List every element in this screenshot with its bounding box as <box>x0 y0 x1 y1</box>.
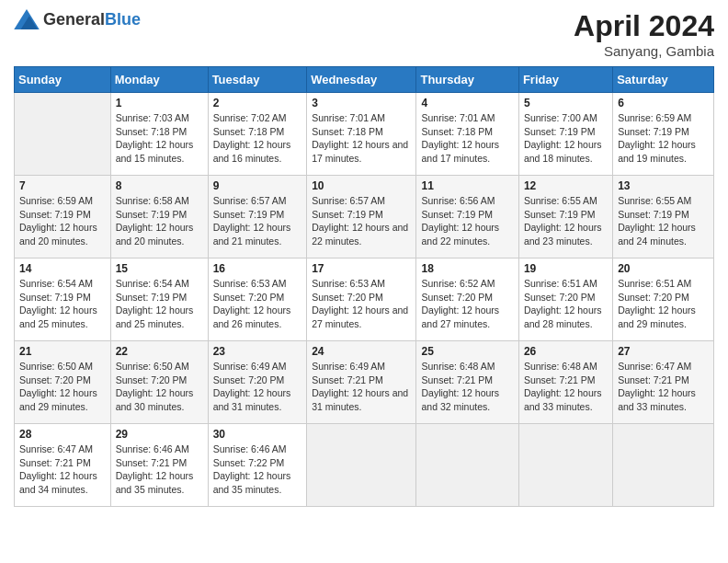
day-number: 21 <box>19 345 106 358</box>
day-info: Sunrise: 6:49 AMSunset: 7:21 PMDaylight:… <box>312 360 411 414</box>
sunrise-text: Sunrise: 6:49 AM <box>213 360 302 373</box>
day-info: Sunrise: 6:49 AMSunset: 7:20 PMDaylight:… <box>213 360 302 414</box>
day-info: Sunrise: 6:53 AMSunset: 7:20 PMDaylight:… <box>213 277 302 331</box>
sunrise-text: Sunrise: 6:58 AM <box>116 194 203 208</box>
sunrise-text: Sunrise: 6:46 AM <box>116 442 203 456</box>
calendar-cell: 19Sunrise: 6:51 AMSunset: 7:20 PMDayligh… <box>518 259 612 341</box>
day-info: Sunrise: 6:53 AMSunset: 7:20 PMDaylight:… <box>312 277 411 331</box>
calendar-cell: 28Sunrise: 6:47 AMSunset: 7:21 PMDayligh… <box>15 424 111 507</box>
daylight-text: Daylight: 12 hours and 33 minutes. <box>524 386 608 413</box>
calendar-cell <box>416 424 518 507</box>
day-info: Sunrise: 7:02 AMSunset: 7:18 PMDaylight:… <box>213 111 302 166</box>
sunset-text: Sunset: 7:20 PM <box>213 373 302 387</box>
sunset-text: Sunset: 7:20 PM <box>524 291 608 304</box>
sunrise-text: Sunrise: 6:57 AM <box>213 194 302 208</box>
day-info: Sunrise: 6:54 AMSunset: 7:19 PMDaylight:… <box>116 277 203 331</box>
day-number: 20 <box>618 262 709 275</box>
calendar-cell: 15Sunrise: 6:54 AMSunset: 7:19 PMDayligh… <box>110 259 208 341</box>
day-info: Sunrise: 6:47 AMSunset: 7:21 PMDaylight:… <box>19 442 106 497</box>
logo-icon <box>14 9 40 29</box>
sunrise-text: Sunrise: 6:59 AM <box>618 111 709 125</box>
day-info: Sunrise: 6:57 AMSunset: 7:19 PMDaylight:… <box>312 194 411 248</box>
daylight-text: Daylight: 12 hours and 26 minutes. <box>213 304 302 330</box>
day-info: Sunrise: 6:51 AMSunset: 7:20 PMDaylight:… <box>618 277 709 331</box>
daylight-text: Daylight: 12 hours and 33 minutes. <box>618 386 709 413</box>
calendar-cell: 11Sunrise: 6:56 AMSunset: 7:19 PMDayligh… <box>416 176 518 259</box>
daylight-text: Daylight: 12 hours and 30 minutes. <box>116 386 203 413</box>
week-row-4: 21Sunrise: 6:50 AMSunset: 7:20 PMDayligh… <box>15 341 714 424</box>
day-number: 2 <box>213 97 302 109</box>
week-row-1: 1Sunrise: 7:03 AMSunset: 7:18 PMDaylight… <box>15 93 714 176</box>
daylight-text: Daylight: 12 hours and 29 minutes. <box>618 304 709 330</box>
day-number: 13 <box>618 179 709 192</box>
day-info: Sunrise: 6:48 AMSunset: 7:21 PMDaylight:… <box>421 360 513 414</box>
daylight-text: Daylight: 12 hours and 32 minutes. <box>421 386 513 413</box>
sunset-text: Sunset: 7:21 PM <box>116 456 203 470</box>
calendar-cell: 27Sunrise: 6:47 AMSunset: 7:21 PMDayligh… <box>613 341 714 424</box>
day-number: 27 <box>618 345 709 358</box>
daylight-text: Daylight: 12 hours and 31 minutes. <box>312 386 411 413</box>
sunset-text: Sunset: 7:19 PM <box>618 208 709 222</box>
calendar-cell: 2Sunrise: 7:02 AMSunset: 7:18 PMDaylight… <box>208 93 307 176</box>
day-number: 16 <box>213 262 302 275</box>
logo-general: General <box>43 10 105 29</box>
day-number: 4 <box>421 97 513 109</box>
daylight-text: Daylight: 12 hours and 25 minutes. <box>19 304 106 330</box>
sunset-text: Sunset: 7:19 PM <box>618 125 709 139</box>
sunrise-text: Sunrise: 6:54 AM <box>116 277 203 291</box>
day-info: Sunrise: 6:47 AMSunset: 7:21 PMDaylight:… <box>618 360 709 414</box>
sunrise-text: Sunrise: 6:56 AM <box>421 194 513 208</box>
logo-blue: Blue <box>105 10 141 29</box>
day-info: Sunrise: 7:01 AMSunset: 7:18 PMDaylight:… <box>312 111 411 166</box>
calendar-cell <box>15 93 111 176</box>
calendar-cell: 12Sunrise: 6:55 AMSunset: 7:19 PMDayligh… <box>518 176 612 259</box>
day-info: Sunrise: 6:52 AMSunset: 7:20 PMDaylight:… <box>421 277 513 331</box>
sunset-text: Sunset: 7:18 PM <box>421 125 513 139</box>
calendar-cell: 30Sunrise: 6:46 AMSunset: 7:22 PMDayligh… <box>208 424 307 507</box>
sunrise-text: Sunrise: 7:01 AM <box>312 111 411 125</box>
sunset-text: Sunset: 7:19 PM <box>312 208 411 222</box>
header-row: SundayMondayTuesdayWednesdayThursdayFrid… <box>15 67 714 93</box>
calendar-cell: 7Sunrise: 6:59 AMSunset: 7:19 PMDaylight… <box>15 176 111 259</box>
day-number: 30 <box>213 428 302 441</box>
day-info: Sunrise: 6:48 AMSunset: 7:21 PMDaylight:… <box>524 360 608 414</box>
sunrise-text: Sunrise: 6:53 AM <box>213 277 302 291</box>
sunset-text: Sunset: 7:19 PM <box>116 208 203 222</box>
sunrise-text: Sunrise: 7:03 AM <box>116 111 203 125</box>
day-number: 6 <box>618 97 709 109</box>
sunrise-text: Sunrise: 6:46 AM <box>213 442 302 456</box>
day-number: 10 <box>312 179 411 192</box>
day-number: 29 <box>116 428 203 441</box>
calendar-cell <box>518 424 612 507</box>
calendar-cell: 29Sunrise: 6:46 AMSunset: 7:21 PMDayligh… <box>110 424 208 507</box>
sunset-text: Sunset: 7:19 PM <box>116 291 203 304</box>
sunset-text: Sunset: 7:18 PM <box>312 125 411 139</box>
calendar-cell: 26Sunrise: 6:48 AMSunset: 7:21 PMDayligh… <box>518 341 612 424</box>
sunrise-text: Sunrise: 7:02 AM <box>213 111 302 125</box>
calendar-cell: 8Sunrise: 6:58 AMSunset: 7:19 PMDaylight… <box>110 176 208 259</box>
sunset-text: Sunset: 7:18 PM <box>116 125 203 139</box>
logo-text: GeneralBlue <box>43 10 141 29</box>
sunset-text: Sunset: 7:20 PM <box>312 291 411 304</box>
daylight-text: Daylight: 12 hours and 22 minutes. <box>312 221 411 247</box>
daylight-text: Daylight: 12 hours and 22 minutes. <box>421 221 513 247</box>
day-info: Sunrise: 6:57 AMSunset: 7:19 PMDaylight:… <box>213 194 302 248</box>
day-number: 17 <box>312 262 411 275</box>
day-number: 18 <box>421 262 513 275</box>
calendar-cell: 18Sunrise: 6:52 AMSunset: 7:20 PMDayligh… <box>416 259 518 341</box>
daylight-text: Daylight: 12 hours and 29 minutes. <box>19 386 106 413</box>
sunset-text: Sunset: 7:20 PM <box>213 291 302 304</box>
calendar-cell: 25Sunrise: 6:48 AMSunset: 7:21 PMDayligh… <box>416 341 518 424</box>
daylight-text: Daylight: 12 hours and 25 minutes. <box>116 304 203 330</box>
sunset-text: Sunset: 7:21 PM <box>19 456 106 470</box>
sunset-text: Sunset: 7:19 PM <box>524 125 608 139</box>
daylight-text: Daylight: 12 hours and 20 minutes. <box>19 221 106 247</box>
header-sunday: Sunday <box>15 67 111 93</box>
day-number: 3 <box>312 97 411 109</box>
sunrise-text: Sunrise: 7:00 AM <box>524 111 608 125</box>
day-number: 8 <box>116 179 203 192</box>
calendar-table: SundayMondayTuesdayWednesdayThursdayFrid… <box>14 66 714 507</box>
calendar-cell: 10Sunrise: 6:57 AMSunset: 7:19 PMDayligh… <box>307 176 416 259</box>
daylight-text: Daylight: 12 hours and 20 minutes. <box>116 221 203 247</box>
sunrise-text: Sunrise: 6:47 AM <box>618 360 709 373</box>
